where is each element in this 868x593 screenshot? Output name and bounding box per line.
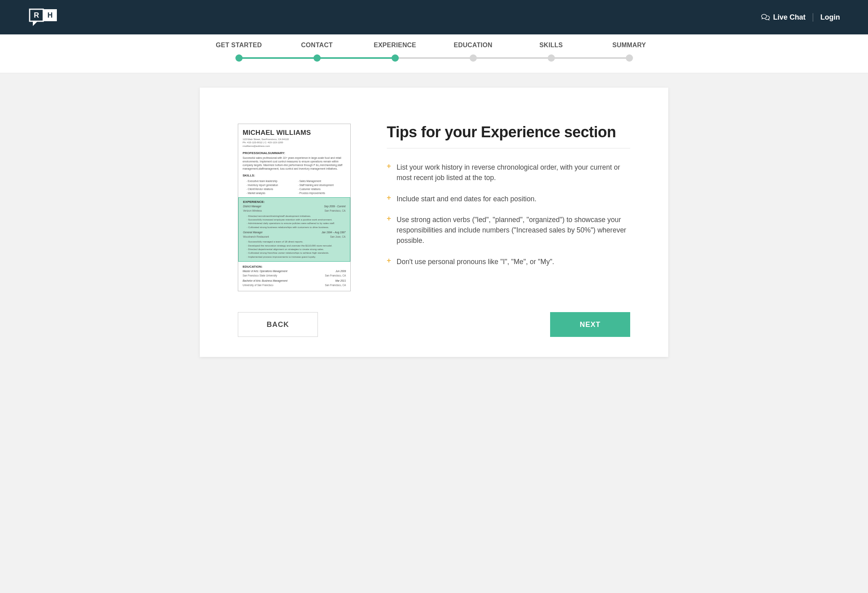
tip-item: +Include start and end dates for each po… [387,194,630,204]
step-label: EXPERIENCE [356,42,434,49]
plus-icon: + [387,194,391,202]
step-dot [548,54,555,62]
logo[interactable]: R H [28,7,60,28]
step-label: CONTACT [278,42,356,49]
tip-text: Use strong action verbs ("led", "planned… [397,214,630,246]
chat-icon [761,14,770,21]
main-card: MICHAEL WILLIAMS 123 Main Street, SanFra… [200,88,668,357]
step-connector [551,57,629,59]
plus-icon: + [387,162,391,171]
resume-name: MICHAEL WILLIAMS [243,128,346,138]
plus-icon: + [387,214,391,223]
step-label: SUMMARY [590,42,668,49]
step-connector [473,57,551,59]
tip-item: +Use strong action verbs ("led", "planne… [387,214,630,246]
app-header: R H Live Chat Login [0,0,868,34]
tip-text: Include start and end dates for each pos… [397,194,536,204]
tip-item: +Don't use personal pronouns like "I", "… [387,256,630,267]
tip-item: +List your work history in reverse chron… [387,162,630,183]
step-dot [235,54,243,62]
live-chat-label: Live Chat [773,13,806,22]
tip-text: Don't use personal pronouns like "I", "M… [397,256,555,267]
step-connector [317,57,395,59]
live-chat-button[interactable]: Live Chat [761,13,813,22]
header-actions: Live Chat Login [761,13,840,22]
next-button[interactable]: NEXT [550,312,630,337]
step-dot [470,54,477,62]
plus-icon: + [387,256,391,265]
step-dot [626,54,633,62]
step-label: GET STARTED [200,42,278,49]
step-get-started[interactable]: GET STARTED [200,42,278,62]
back-button[interactable]: BACK [238,312,318,337]
step-connector [239,57,317,59]
progress-stepper: GET STARTEDCONTACTEXPERIENCEEDUCATIONSKI… [0,34,868,73]
step-label: SKILLS [512,42,590,49]
footer-buttons: BACK NEXT [238,312,630,337]
step-connector [395,57,473,59]
resume-experience-highlight: EXPERIENCE: District ManagerSep 2009 - C… [238,197,350,262]
tips-panel: Tips for your Experience section +List y… [387,124,630,277]
step-dot [392,54,399,62]
step-label: EDUCATION [434,42,512,49]
svg-text:R: R [34,11,39,19]
tip-text: List your work history in reverse chrono… [397,162,630,183]
svg-marker-4 [33,21,38,26]
step-dot [313,54,321,62]
logo-icon: R H [28,7,60,28]
resume-preview: MICHAEL WILLIAMS 123 Main Street, SanFra… [238,124,351,291]
login-button[interactable]: Login [813,13,840,22]
tips-heading: Tips for your Experience section [387,124,630,148]
svg-text:H: H [48,11,53,19]
